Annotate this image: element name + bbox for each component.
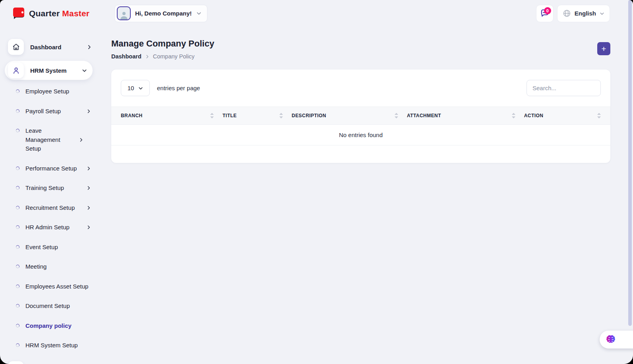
entries-per-page-value: 10: [128, 85, 134, 91]
sidebar-item-hrm-system-setup[interactable]: HRM System Setup: [16, 341, 91, 350]
circle-bullet-icon: [15, 108, 20, 113]
app-window: Quarter Master Hi, Demo Company! 0: [0, 0, 633, 364]
sidebar-item-hr-admin-setup[interactable]: HR Admin Setup: [16, 223, 91, 232]
sidebar-item-document-setup[interactable]: Document Setup: [16, 302, 91, 311]
language-label: English: [575, 10, 596, 17]
add-policy-button[interactable]: +: [597, 42, 610, 55]
chevron-down-icon: [600, 11, 604, 16]
chevron-down-icon: [82, 68, 87, 73]
circle-bullet-icon: [15, 264, 20, 269]
circle-bullet-icon: [15, 186, 20, 190]
sidebar-item-leave-management-setup[interactable]: Leave Management Setup: [16, 126, 83, 153]
sidebar-item-accounting-system[interactable]: Accounting System: [0, 359, 105, 364]
brand-logo[interactable]: Quarter Master: [12, 7, 105, 19]
entries-per-page-select[interactable]: 10: [121, 80, 150, 96]
user-avatar-icon: [117, 6, 131, 20]
main-content: Manage Company Policy Dashboard Company …: [105, 27, 633, 163]
sidebar-item-training-setup[interactable]: Training Setup: [16, 184, 91, 193]
hrm-submenu: Employee Setup Payroll Setup Leave Manag…: [0, 81, 105, 350]
circle-bullet-icon: [15, 166, 20, 170]
chat-button[interactable]: 0: [536, 5, 554, 22]
sidebar-item-performance-setup[interactable]: Performance Setup: [16, 164, 91, 173]
sidebar: Dashboard HRM System: [0, 27, 105, 364]
sidebar-item-label: HRM System: [30, 67, 67, 74]
chevron-down-icon: [196, 11, 201, 16]
globe-icon: [563, 9, 571, 17]
chevron-right-icon: [79, 137, 83, 142]
wallet-logo-icon: [12, 7, 25, 19]
sidebar-item-employee-setup[interactable]: Employee Setup: [16, 87, 91, 96]
column-header-title[interactable]: TITLE: [223, 113, 292, 118]
person-icon: [8, 62, 24, 78]
chevron-right-icon: [86, 186, 91, 190]
home-icon: [8, 39, 24, 55]
brand-name: Quarter Master: [29, 9, 89, 18]
circle-bullet-icon: [15, 128, 20, 133]
breadcrumb: Dashboard Company Policy: [111, 53, 214, 60]
circle-bullet-icon: [15, 304, 20, 308]
circle-bullet-icon: [15, 205, 20, 210]
policy-table-card: 10 entries per page BRANCH: [111, 70, 610, 163]
sort-icon[interactable]: [279, 113, 283, 118]
column-header-description[interactable]: DESCRIPTION: [292, 113, 407, 118]
column-header-branch[interactable]: BRANCH: [121, 113, 223, 118]
sidebar-item-meeting[interactable]: Meeting: [16, 262, 91, 271]
column-header-action[interactable]: ACTION: [524, 113, 601, 118]
table-header-row: BRANCH TITLE DESCRIPTION ATTACHMENT: [111, 106, 610, 125]
chevron-down-icon: [138, 86, 143, 91]
circle-bullet-icon: [15, 323, 20, 328]
entries-per-page-label: entries per page: [157, 85, 200, 91]
sidebar-item-hrm-system[interactable]: HRM System: [5, 61, 93, 80]
sidebar-item-recruitment-setup[interactable]: Recruitment Setup: [16, 203, 91, 213]
chevron-right-icon: [86, 166, 91, 171]
breadcrumb-dashboard-link[interactable]: Dashboard: [111, 53, 141, 60]
breadcrumb-current: Company Policy: [153, 53, 195, 60]
chevron-right-icon: [145, 54, 149, 59]
chevron-right-icon: [86, 109, 91, 114]
sort-icon[interactable]: [210, 113, 214, 118]
vertical-scrollbar[interactable]: [628, 0, 632, 326]
circle-bullet-icon: [15, 89, 20, 94]
circle-bullet-icon: [15, 225, 20, 230]
circle-bullet-icon: [15, 343, 20, 348]
page-title: Manage Company Policy: [111, 39, 214, 49]
sidebar-item-payroll-setup[interactable]: Payroll Setup: [16, 107, 91, 116]
sort-icon[interactable]: [597, 113, 601, 118]
column-header-attachment[interactable]: ATTACHMENT: [407, 113, 524, 118]
sidebar-item-event-setup[interactable]: Event Setup: [16, 243, 91, 252]
cube-icon: [8, 361, 24, 364]
chevron-right-icon: [87, 45, 92, 50]
sidebar-item-employees-asset-setup[interactable]: Employees Asset Setup: [16, 282, 91, 291]
sort-icon[interactable]: [395, 113, 398, 118]
brain-ai-icon: [605, 334, 617, 346]
user-menu-button[interactable]: Hi, Demo Company!: [114, 5, 207, 22]
circle-bullet-icon: [15, 244, 20, 249]
sidebar-item-label: Dashboard: [30, 44, 61, 50]
empty-state-message: No entries found: [111, 125, 610, 145]
ai-assistant-button[interactable]: [600, 331, 633, 349]
user-greeting: Hi, Demo Company!: [135, 10, 192, 17]
search-input[interactable]: [527, 80, 601, 96]
chevron-right-icon: [86, 205, 91, 210]
top-header: Quarter Master Hi, Demo Company! 0: [0, 0, 633, 27]
language-selector[interactable]: English: [557, 5, 610, 22]
chevron-right-icon: [86, 225, 91, 230]
circle-bullet-icon: [15, 284, 20, 288]
sidebar-item-dashboard[interactable]: Dashboard: [0, 37, 105, 57]
chat-badge: 0: [544, 7, 551, 14]
sort-icon[interactable]: [512, 113, 515, 118]
plus-icon: +: [601, 45, 606, 53]
sidebar-item-company-policy[interactable]: Company policy: [16, 321, 91, 331]
